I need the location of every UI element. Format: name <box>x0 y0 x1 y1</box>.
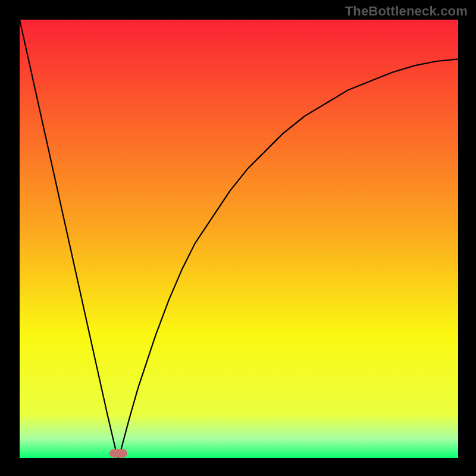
optimal-marker <box>109 449 127 458</box>
chart-svg <box>0 0 476 476</box>
watermark-text: TheBottleneck.com <box>345 4 468 19</box>
chart-container: TheBottleneck.com <box>0 0 476 476</box>
gradient-background <box>20 20 458 458</box>
